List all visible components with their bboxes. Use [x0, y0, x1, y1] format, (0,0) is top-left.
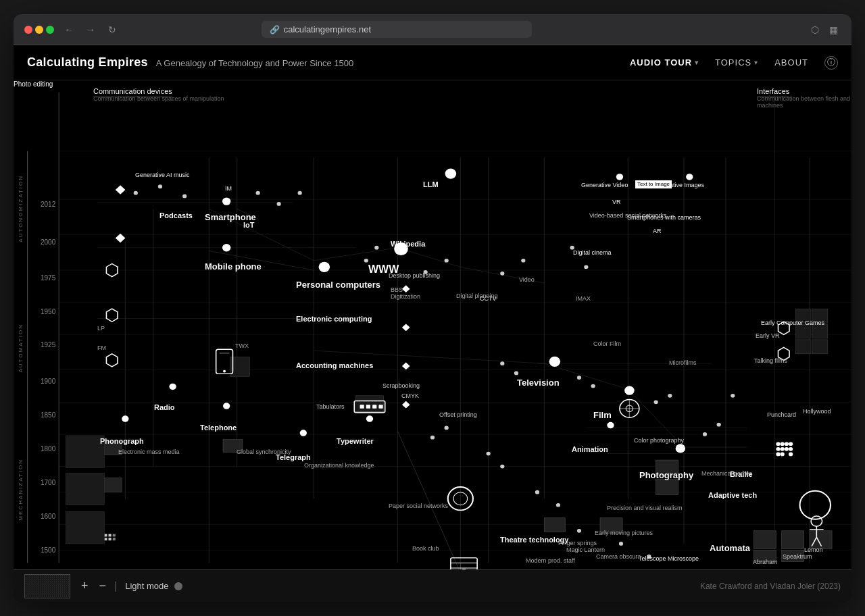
node-abraham: Abraham: [753, 559, 778, 566]
svg-point-59: [624, 386, 634, 395]
forward-button[interactable]: →: [84, 23, 97, 36]
url-display: calculatingempires.net: [284, 24, 371, 34]
minimap[interactable]: [24, 574, 70, 598]
svg-point-148: [500, 465, 504, 469]
svg-point-152: [619, 542, 623, 546]
svg-point-125: [256, 191, 260, 195]
node-video: Video: [519, 276, 535, 284]
node-tabulators: Tabulators: [316, 403, 345, 411]
minimize-window-button[interactable]: [35, 26, 43, 34]
year-1900: 1900: [41, 378, 55, 386]
svg-point-132: [500, 272, 504, 276]
back-button[interactable]: ←: [62, 23, 76, 36]
node-video-social-networks: Video-based social networks: [589, 212, 666, 220]
era-automation: Automation: [18, 324, 24, 373]
svg-rect-76: [109, 534, 112, 537]
site-subtitle: A Genealogy of Technology and Power Sinc…: [156, 58, 353, 68]
svg-point-61: [676, 444, 685, 453]
svg-point-150: [556, 503, 560, 507]
light-mode-label: Light mode: [125, 581, 168, 591]
node-im: IM: [225, 185, 232, 192]
svg-rect-167: [360, 405, 364, 409]
node-lemon: Lemon: [804, 546, 823, 554]
audio-tour-chevron: ▾: [695, 59, 699, 66]
share-button[interactable]: ⬡: [808, 23, 822, 36]
zoom-controls: + − |: [78, 579, 117, 593]
map-container[interactable]: Communication devices Communication betw…: [14, 80, 851, 569]
node-microscope: Microscope: [668, 555, 699, 563]
node-cmyk: CMYK: [401, 392, 419, 400]
node-early-computer-games: Early Computer Games: [761, 319, 824, 327]
svg-point-67: [453, 492, 468, 505]
svg-rect-83: [76, 478, 97, 492]
svg-rect-84: [101, 478, 122, 492]
year-1925: 1925: [41, 341, 55, 349]
svg-rect-89: [656, 480, 678, 495]
credit-text: Kate Crawford and Vladan Joler (2023): [700, 582, 841, 591]
svg-rect-98: [66, 473, 105, 505]
svg-rect-79: [113, 534, 116, 537]
node-ar: AR: [653, 228, 662, 235]
zoom-out-button[interactable]: −: [97, 579, 109, 593]
node-animation: Animation: [572, 445, 608, 454]
node-speakatrum: Speaktrum: [783, 553, 812, 561]
about-nav[interactable]: ABOUT: [774, 57, 808, 68]
nav-right: AUDIO TOUR ▾ TOPICS ▾ ABOUT ⓘ: [630, 56, 838, 70]
site-title: Calculating Empires: [27, 55, 148, 70]
svg-point-58: [549, 357, 561, 367]
svg-rect-105: [812, 340, 828, 354]
year-1500: 1500: [41, 546, 55, 555]
svg-point-63: [445, 169, 457, 179]
browser-chrome: ← → ↻ 🔗 calculatingempires.net ⬡ ▦: [14, 14, 851, 45]
node-photo-editing: Photo editing: [14, 80, 53, 88]
window-buttons: [24, 26, 54, 34]
svg-rect-80: [113, 538, 116, 540]
node-telescope: Telescope: [639, 555, 666, 563]
svg-rect-86: [544, 518, 565, 532]
svg-rect-91: [782, 531, 804, 549]
node-twx: TWX: [235, 342, 249, 350]
node-imax: IMAX: [576, 295, 591, 303]
svg-point-138: [577, 376, 581, 380]
node-generative-video: Generative Video: [581, 182, 628, 189]
node-color-photography: Color photography: [634, 437, 684, 444]
light-mode-toggle[interactable]: Light mode: [125, 581, 182, 591]
svg-point-129: [374, 246, 378, 250]
sidebar-button[interactable]: ▦: [827, 23, 841, 36]
svg-point-113: [785, 447, 789, 451]
svg-rect-171: [451, 558, 477, 569]
svg-point-135: [584, 265, 588, 269]
node-digitization: Digitization: [391, 293, 420, 301]
maximize-window-button[interactable]: [46, 26, 54, 34]
svg-point-107: [781, 442, 785, 446]
topics-chevron: ▾: [754, 59, 758, 66]
svg-point-144: [731, 394, 735, 398]
svg-point-124: [182, 195, 187, 199]
svg-rect-81: [76, 440, 97, 455]
node-vr: VR: [612, 199, 621, 206]
svg-point-142: [703, 432, 707, 436]
info-button[interactable]: ⓘ: [824, 56, 838, 70]
svg-point-149: [535, 490, 539, 494]
svg-point-56: [300, 430, 307, 436]
topics-nav[interactable]: TOPICS ▾: [715, 57, 758, 68]
bottom-bar: + − | Light mode Kate Crawford and Vlada…: [14, 569, 851, 602]
address-bar[interactable]: 🔗 calculatingempires.net: [262, 21, 532, 38]
svg-point-53: [169, 384, 176, 390]
node-digital-cinema: Digital cinema: [573, 249, 612, 257]
svg-point-133: [521, 259, 525, 263]
reload-button[interactable]: ↻: [105, 23, 119, 36]
site-content: Calculating Empires A Genealogy of Techn…: [14, 45, 851, 602]
node-book-club: Book club: [412, 545, 439, 553]
svg-point-114: [789, 442, 793, 446]
close-window-button[interactable]: [24, 26, 32, 34]
svg-point-122: [134, 191, 138, 195]
year-1700: 1700: [41, 479, 55, 487]
node-electronic-mass-media: Electronic mass media: [118, 448, 180, 456]
svg-point-109: [781, 447, 785, 451]
zoom-in-button[interactable]: +: [78, 579, 91, 593]
node-personal-computers: Personal computers: [296, 280, 380, 290]
audio-tour-nav[interactable]: AUDIO TOUR ▾: [630, 57, 699, 68]
svg-point-141: [668, 394, 672, 398]
node-finger-springs: Finger springs: [558, 540, 597, 547]
